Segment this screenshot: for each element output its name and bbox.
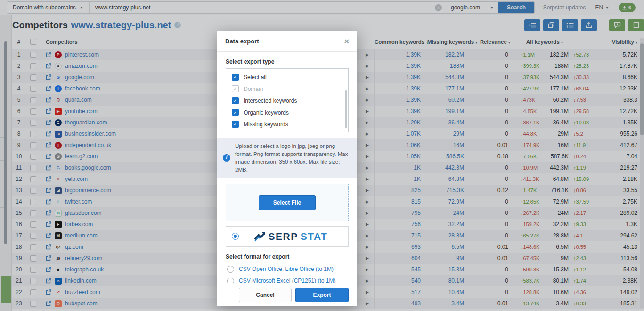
logo-upload-dropzone[interactable]: Select File (226, 184, 349, 221)
checkbox-icon[interactable]: ✓ (232, 109, 239, 116)
select-file-button[interactable]: Select File (259, 195, 316, 210)
export-type-option[interactable]: ✓Organic keywords (232, 106, 348, 118)
radio-icon[interactable] (227, 266, 234, 273)
export-type-option[interactable]: ✓Missing keywords (232, 118, 348, 130)
format-option[interactable]: CSV Open Office, Libre Office (to 1M) (226, 263, 349, 275)
export-type-option: ✓Domain (232, 83, 348, 95)
info-icon: i (223, 154, 230, 162)
export-type-option[interactable]: ✓Intersected keywords (232, 95, 348, 106)
export-type-option-label: Select all (244, 74, 267, 81)
export-type-option-label: Domain (244, 86, 263, 92)
serpstat-logo: SERPSTAT (254, 231, 328, 242)
export-type-option-label: Missing keywords (244, 121, 288, 128)
radio-icon[interactable] (227, 278, 234, 283)
logo-hint-banner: i Upload or select a logo in jpg, jpeg o… (217, 138, 357, 178)
modal-title: Data export (225, 38, 259, 45)
export-type-list: ✓Select all✓Domain✓Intersected keywords✓… (226, 68, 349, 132)
format-label: Select format for export (226, 254, 349, 260)
export-button[interactable]: Export (295, 288, 349, 302)
checkbox-icon[interactable]: ✓ (232, 121, 239, 128)
export-type-option-label: Organic keywords (244, 109, 289, 116)
serpstat-logo-option[interactable]: SERPSTAT (226, 226, 349, 247)
serpstat-logo-icon (254, 231, 266, 242)
cancel-button[interactable]: Cancel (239, 288, 292, 302)
checkbox-icon: ✓ (232, 85, 239, 92)
export-type-label: Select export type (226, 58, 349, 65)
export-type-option-label: Intersected keywords (244, 98, 297, 104)
checkbox-icon[interactable]: ✓ (232, 97, 239, 104)
list-scrollbar-thumb[interactable] (345, 90, 347, 128)
close-icon[interactable]: × (344, 37, 349, 46)
format-option[interactable]: CSV Microsoft Excel (CP1251) (to 1M) (226, 275, 349, 283)
format-option-label: CSV Open Office, Libre Office (to 1M) (239, 266, 334, 272)
logo-hint-text: Upload or select a logo in jpg, jpeg or … (235, 143, 348, 172)
data-export-modal: Data export × Select export type ✓Select… (217, 31, 357, 306)
logo-radio[interactable] (232, 233, 239, 240)
export-type-items: ✓Select all✓Domain✓Intersected keywords✓… (232, 71, 348, 130)
checkbox-icon[interactable]: ✓ (232, 74, 239, 81)
format-option-label: CSV Microsoft Excel (CP1251) (to 1M) (239, 278, 335, 283)
format-options: CSV Open Office, Libre Office (to 1M)CSV… (226, 263, 349, 283)
export-type-option[interactable]: ✓Select all (232, 71, 348, 83)
